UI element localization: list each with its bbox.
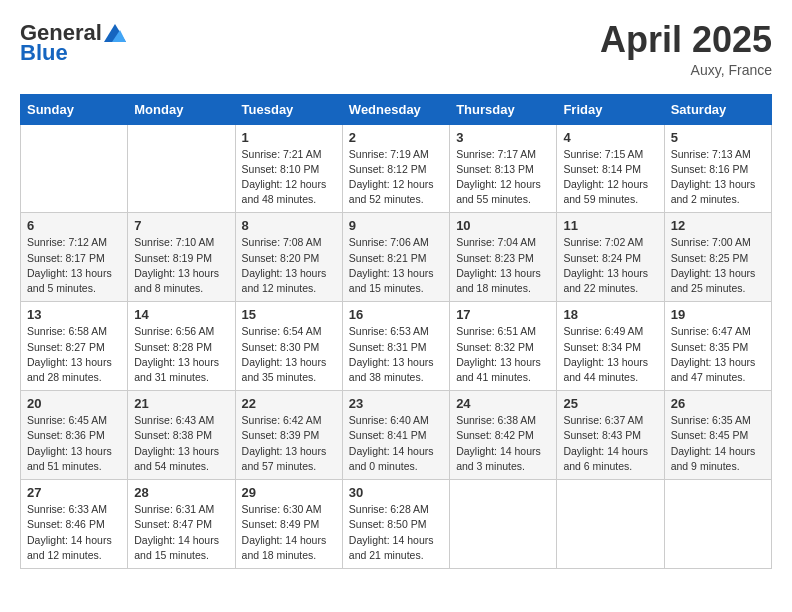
- day-number: 3: [456, 130, 550, 145]
- table-row: 26Sunrise: 6:35 AM Sunset: 8:45 PM Dayli…: [664, 391, 771, 480]
- day-number: 18: [563, 307, 657, 322]
- table-row: 28Sunrise: 6:31 AM Sunset: 8:47 PM Dayli…: [128, 480, 235, 569]
- day-number: 7: [134, 218, 228, 233]
- day-info: Sunrise: 6:51 AM Sunset: 8:32 PM Dayligh…: [456, 324, 550, 385]
- day-info: Sunrise: 7:10 AM Sunset: 8:19 PM Dayligh…: [134, 235, 228, 296]
- day-number: 21: [134, 396, 228, 411]
- table-row: 13Sunrise: 6:58 AM Sunset: 8:27 PM Dayli…: [21, 302, 128, 391]
- day-info: Sunrise: 7:12 AM Sunset: 8:17 PM Dayligh…: [27, 235, 121, 296]
- header-tuesday: Tuesday: [235, 94, 342, 124]
- logo-icon: [104, 24, 126, 42]
- logo: General Blue: [20, 20, 126, 66]
- table-row: 11Sunrise: 7:02 AM Sunset: 8:24 PM Dayli…: [557, 213, 664, 302]
- table-row: 19Sunrise: 6:47 AM Sunset: 8:35 PM Dayli…: [664, 302, 771, 391]
- table-row: 14Sunrise: 6:56 AM Sunset: 8:28 PM Dayli…: [128, 302, 235, 391]
- month-title: April 2025: [600, 20, 772, 60]
- table-row: [664, 480, 771, 569]
- table-row: 27Sunrise: 6:33 AM Sunset: 8:46 PM Dayli…: [21, 480, 128, 569]
- title-section: April 2025 Auxy, France: [600, 20, 772, 78]
- calendar-week-row: 20Sunrise: 6:45 AM Sunset: 8:36 PM Dayli…: [21, 391, 772, 480]
- table-row: 9Sunrise: 7:06 AM Sunset: 8:21 PM Daylig…: [342, 213, 449, 302]
- table-row: 18Sunrise: 6:49 AM Sunset: 8:34 PM Dayli…: [557, 302, 664, 391]
- table-row: 17Sunrise: 6:51 AM Sunset: 8:32 PM Dayli…: [450, 302, 557, 391]
- page-header: General Blue April 2025 Auxy, France: [20, 20, 772, 78]
- day-number: 28: [134, 485, 228, 500]
- table-row: 6Sunrise: 7:12 AM Sunset: 8:17 PM Daylig…: [21, 213, 128, 302]
- day-number: 8: [242, 218, 336, 233]
- table-row: [128, 124, 235, 213]
- day-number: 24: [456, 396, 550, 411]
- calendar-week-row: 6Sunrise: 7:12 AM Sunset: 8:17 PM Daylig…: [21, 213, 772, 302]
- calendar-week-row: 13Sunrise: 6:58 AM Sunset: 8:27 PM Dayli…: [21, 302, 772, 391]
- day-info: Sunrise: 6:56 AM Sunset: 8:28 PM Dayligh…: [134, 324, 228, 385]
- table-row: 12Sunrise: 7:00 AM Sunset: 8:25 PM Dayli…: [664, 213, 771, 302]
- table-row: 7Sunrise: 7:10 AM Sunset: 8:19 PM Daylig…: [128, 213, 235, 302]
- day-number: 11: [563, 218, 657, 233]
- day-info: Sunrise: 6:58 AM Sunset: 8:27 PM Dayligh…: [27, 324, 121, 385]
- day-number: 12: [671, 218, 765, 233]
- header-monday: Monday: [128, 94, 235, 124]
- day-number: 13: [27, 307, 121, 322]
- header-friday: Friday: [557, 94, 664, 124]
- day-number: 5: [671, 130, 765, 145]
- day-number: 10: [456, 218, 550, 233]
- calendar-header-row: Sunday Monday Tuesday Wednesday Thursday…: [21, 94, 772, 124]
- day-number: 25: [563, 396, 657, 411]
- logo-blue-text: Blue: [20, 40, 68, 66]
- day-info: Sunrise: 7:02 AM Sunset: 8:24 PM Dayligh…: [563, 235, 657, 296]
- table-row: 15Sunrise: 6:54 AM Sunset: 8:30 PM Dayli…: [235, 302, 342, 391]
- day-info: Sunrise: 7:19 AM Sunset: 8:12 PM Dayligh…: [349, 147, 443, 208]
- day-number: 29: [242, 485, 336, 500]
- day-info: Sunrise: 6:30 AM Sunset: 8:49 PM Dayligh…: [242, 502, 336, 563]
- table-row: 5Sunrise: 7:13 AM Sunset: 8:16 PM Daylig…: [664, 124, 771, 213]
- day-info: Sunrise: 6:33 AM Sunset: 8:46 PM Dayligh…: [27, 502, 121, 563]
- table-row: [21, 124, 128, 213]
- table-row: 22Sunrise: 6:42 AM Sunset: 8:39 PM Dayli…: [235, 391, 342, 480]
- day-info: Sunrise: 7:06 AM Sunset: 8:21 PM Dayligh…: [349, 235, 443, 296]
- table-row: 16Sunrise: 6:53 AM Sunset: 8:31 PM Dayli…: [342, 302, 449, 391]
- table-row: [450, 480, 557, 569]
- table-row: 2Sunrise: 7:19 AM Sunset: 8:12 PM Daylig…: [342, 124, 449, 213]
- day-info: Sunrise: 6:28 AM Sunset: 8:50 PM Dayligh…: [349, 502, 443, 563]
- day-info: Sunrise: 7:13 AM Sunset: 8:16 PM Dayligh…: [671, 147, 765, 208]
- day-number: 1: [242, 130, 336, 145]
- day-info: Sunrise: 7:08 AM Sunset: 8:20 PM Dayligh…: [242, 235, 336, 296]
- day-info: Sunrise: 6:31 AM Sunset: 8:47 PM Dayligh…: [134, 502, 228, 563]
- day-info: Sunrise: 7:17 AM Sunset: 8:13 PM Dayligh…: [456, 147, 550, 208]
- calendar-table: Sunday Monday Tuesday Wednesday Thursday…: [20, 94, 772, 569]
- day-info: Sunrise: 7:15 AM Sunset: 8:14 PM Dayligh…: [563, 147, 657, 208]
- day-info: Sunrise: 6:35 AM Sunset: 8:45 PM Dayligh…: [671, 413, 765, 474]
- day-info: Sunrise: 7:00 AM Sunset: 8:25 PM Dayligh…: [671, 235, 765, 296]
- day-number: 2: [349, 130, 443, 145]
- day-info: Sunrise: 6:43 AM Sunset: 8:38 PM Dayligh…: [134, 413, 228, 474]
- day-number: 9: [349, 218, 443, 233]
- day-number: 6: [27, 218, 121, 233]
- day-number: 23: [349, 396, 443, 411]
- table-row: [557, 480, 664, 569]
- table-row: 8Sunrise: 7:08 AM Sunset: 8:20 PM Daylig…: [235, 213, 342, 302]
- day-number: 20: [27, 396, 121, 411]
- day-info: Sunrise: 6:38 AM Sunset: 8:42 PM Dayligh…: [456, 413, 550, 474]
- day-number: 15: [242, 307, 336, 322]
- day-info: Sunrise: 6:47 AM Sunset: 8:35 PM Dayligh…: [671, 324, 765, 385]
- calendar-week-row: 1Sunrise: 7:21 AM Sunset: 8:10 PM Daylig…: [21, 124, 772, 213]
- table-row: 30Sunrise: 6:28 AM Sunset: 8:50 PM Dayli…: [342, 480, 449, 569]
- header-sunday: Sunday: [21, 94, 128, 124]
- day-number: 27: [27, 485, 121, 500]
- location: Auxy, France: [600, 62, 772, 78]
- header-wednesday: Wednesday: [342, 94, 449, 124]
- table-row: 4Sunrise: 7:15 AM Sunset: 8:14 PM Daylig…: [557, 124, 664, 213]
- day-info: Sunrise: 7:04 AM Sunset: 8:23 PM Dayligh…: [456, 235, 550, 296]
- day-info: Sunrise: 6:42 AM Sunset: 8:39 PM Dayligh…: [242, 413, 336, 474]
- day-number: 26: [671, 396, 765, 411]
- header-thursday: Thursday: [450, 94, 557, 124]
- day-number: 22: [242, 396, 336, 411]
- table-row: 24Sunrise: 6:38 AM Sunset: 8:42 PM Dayli…: [450, 391, 557, 480]
- day-info: Sunrise: 6:40 AM Sunset: 8:41 PM Dayligh…: [349, 413, 443, 474]
- table-row: 1Sunrise: 7:21 AM Sunset: 8:10 PM Daylig…: [235, 124, 342, 213]
- day-number: 14: [134, 307, 228, 322]
- day-number: 4: [563, 130, 657, 145]
- day-number: 30: [349, 485, 443, 500]
- table-row: 20Sunrise: 6:45 AM Sunset: 8:36 PM Dayli…: [21, 391, 128, 480]
- day-info: Sunrise: 6:49 AM Sunset: 8:34 PM Dayligh…: [563, 324, 657, 385]
